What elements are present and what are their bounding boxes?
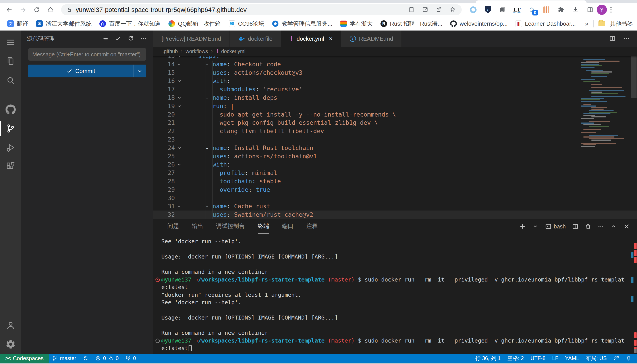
activity-source-control-icon[interactable] [0,119,21,138]
sync-extension-icon[interactable]: 0 [527,5,536,14]
encoding[interactable]: UTF-8 [527,354,549,363]
address-bar[interactable]: yunwei37-potential-space-trout-rpr5qwj66… [61,4,462,15]
fold-chevron-icon[interactable] [175,160,184,169]
activity-github-icon[interactable] [0,100,21,119]
tab-readme-md[interactable]: iREADME.md [341,30,402,47]
refresh-icon[interactable] [127,35,135,42]
activity-search-icon[interactable] [0,71,21,90]
notifications-bell-icon[interactable] [622,354,635,363]
open-in-window-icon[interactable] [421,6,429,14]
search-icon [6,75,16,85]
panel-tab-1[interactable]: 问题 [167,220,179,234]
bookmark-item[interactable]: RRust 招聘 - Rust语... [377,19,446,28]
maximize-panel-icon[interactable] [610,223,617,230]
fold-chevron-icon[interactable] [175,77,184,85]
activity-menu-icon[interactable] [0,33,21,52]
crayons-extension-icon[interactable] [542,5,551,14]
commit-check-icon[interactable] [114,35,122,42]
panel-tab-4[interactable]: 终端 [258,220,269,234]
bookmark-item[interactable]: 百百度一下，你就知道 [96,19,164,28]
remote-indicator[interactable]: >< Codespaces [0,354,49,363]
new-terminal-icon[interactable] [519,223,526,230]
cursor-position[interactable]: 行 36, 列 1 [472,354,504,363]
commit-button[interactable]: Commit [28,64,133,78]
bookmark-item[interactable]: 98CC98论坛 [225,19,267,28]
breadcrumb-item[interactable]: .github [162,48,178,54]
shield-extension-icon[interactable]: › [483,5,492,14]
activity-debug-icon[interactable] [0,138,21,157]
bookmark-star-icon[interactable] [449,6,456,14]
panel-tab-2[interactable]: 输出 [192,220,203,234]
language-mode[interactable]: YAML [562,354,582,363]
downloads-icon[interactable] [571,5,580,14]
side-panel-icon[interactable] [586,5,594,14]
split-editor-icon[interactable] [609,35,616,42]
tab-dockerfile[interactable]: dockerfile [230,30,281,47]
tab-docker-yml[interactable]: !docker.yml× [281,30,341,47]
panel-more-actions-icon[interactable] [598,223,604,230]
terminal-dropdown-icon[interactable] [532,223,539,230]
view-as-list-icon[interactable] [101,35,109,42]
bookmarks-overflow-button[interactable]: » [585,20,588,28]
sync-status[interactable] [80,354,92,363]
bookmark-label: 百度一下，你就知道 [109,20,161,28]
activity-extensions-icon[interactable] [0,157,21,176]
bookmark-item[interactable]: ✉浙江大学邮件系统 [33,19,95,28]
minimap[interactable] [581,58,630,147]
panel-tab-3[interactable]: 调试控制台 [216,220,245,234]
problems-status[interactable]: 0 0 [92,354,122,363]
editor-more-actions-icon[interactable] [623,35,630,42]
commit-dropdown-button[interactable] [133,64,146,78]
close-tab-icon[interactable]: × [329,36,333,42]
terminal-tab-bash[interactable]: bash [545,223,566,230]
branch-status[interactable]: master [49,354,80,363]
terminal[interactable]: See 'docker run --help'.Usage: docker ru… [153,234,637,354]
keyboard-layout[interactable]: 布局: US [582,354,610,363]
fold-chevron-icon[interactable] [175,102,184,110]
languagetool-extension-icon[interactable]: LT [513,5,521,14]
bookmark-item[interactable]: |||Learner Dashboar... [512,19,579,28]
bookmark-item[interactable]: weloveinterns/op... [447,19,511,28]
tab--preview-readme-md[interactable]: [Preview] README.md [153,30,230,47]
profile-avatar[interactable]: Y [597,5,607,15]
fold-chevron-icon[interactable] [175,144,184,152]
breadcrumb-item[interactable]: workflows [185,48,208,54]
fold-chevron-icon[interactable] [175,94,184,102]
browser-toolbar: yunwei37-potential-space-trout-rpr5qwj66… [0,3,637,17]
puzzle-extensions-icon[interactable] [556,5,565,14]
panel-tab-5[interactable]: 端口 [282,220,293,234]
reload-button[interactable] [31,4,43,16]
editor-scrollbar[interactable] [631,56,637,219]
browser-menu-icon[interactable] [609,6,613,14]
back-button[interactable] [4,4,15,16]
commit-message-input[interactable]: Message (Ctrl+Enter to commit on "master… [28,48,146,60]
ports-status[interactable]: 0 [122,354,139,363]
eol-sequence[interactable]: LF [549,354,562,363]
forward-button[interactable] [17,4,29,16]
breadcrumb-item[interactable]: !docker.yml [216,48,245,54]
close-panel-icon[interactable] [623,223,630,230]
share-icon[interactable] [435,6,443,14]
activity-files-icon[interactable] [0,52,21,71]
split-terminal-icon[interactable] [572,223,578,230]
fold-chevron-icon[interactable] [175,60,184,68]
panel-tab-6[interactable]: 注释 [306,220,318,234]
indentation[interactable]: 空格: 2 [504,354,527,363]
scrollbar-slider[interactable] [631,56,636,98]
bookmark-item[interactable]: 教学管理信息服务... [269,19,336,28]
home-button[interactable] [45,4,56,16]
circle-extension-icon[interactable] [469,5,478,14]
activity-settings-gear-icon[interactable] [0,335,21,354]
feedback-icon[interactable] [610,354,622,363]
editor[interactable]: 13 steps:14 - name: Checkout code15 uses… [153,56,637,219]
other-bookmarks-button[interactable]: 其他书签 [610,20,633,28]
fold-chevron-icon[interactable] [175,202,184,210]
kill-terminal-icon[interactable] [585,223,591,230]
bookmark-item[interactable]: 文翻译 [4,19,32,28]
activity-account-icon[interactable] [0,316,21,335]
reading-list-icon[interactable] [408,6,415,14]
more-actions-icon[interactable] [140,35,147,42]
bookmark-item[interactable]: 学在浙大 [337,19,376,28]
pages-extension-icon[interactable] [498,5,507,14]
bookmark-item[interactable]: QQ邮箱 - 收件箱 [165,19,224,28]
